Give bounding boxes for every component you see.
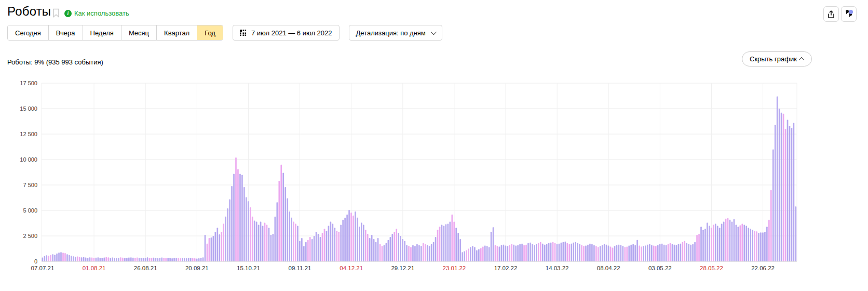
bar[interactable] [552,242,554,261]
bar[interactable] [577,243,578,261]
bar[interactable] [608,246,609,261]
bar[interactable] [612,248,614,261]
bar[interactable] [734,219,735,261]
bar[interactable] [587,245,589,261]
bar[interactable] [663,245,665,261]
bar[interactable] [266,224,268,261]
bar[interactable] [717,226,718,261]
bar[interactable] [692,244,694,261]
bar[interactable] [112,258,113,261]
bar[interactable] [50,255,51,261]
bar[interactable] [466,250,467,261]
bar[interactable] [169,258,171,261]
bar[interactable] [159,258,160,261]
bar[interactable] [369,238,371,261]
bar[interactable] [48,256,49,261]
bar[interactable] [672,244,673,261]
bar[interactable] [188,258,189,261]
bar[interactable] [173,258,175,261]
bar[interactable] [447,223,449,261]
bar[interactable] [75,257,76,261]
bar[interactable] [731,222,733,261]
bar[interactable] [79,257,80,261]
bar[interactable] [233,174,235,261]
bar[interactable] [581,245,582,261]
bar[interactable] [291,218,292,261]
bar[interactable] [484,246,486,261]
bar[interactable] [433,242,435,261]
bar[interactable] [357,218,358,261]
bar[interactable] [69,255,70,261]
bar[interactable] [143,258,144,261]
bar[interactable] [589,244,591,261]
bar[interactable] [379,244,381,261]
bar[interactable] [93,258,95,261]
bar[interactable] [46,255,47,261]
bar[interactable] [610,247,612,261]
bar[interactable] [752,230,753,261]
bar[interactable] [445,224,447,261]
bar[interactable] [666,245,667,261]
comments-button[interactable] [841,6,857,22]
robots-bar-chart[interactable]: 02 5005 0007 50010 00012 50015 00017 500… [0,73,868,281]
bar[interactable] [254,221,255,261]
bar[interactable] [382,246,383,261]
bar[interactable] [60,252,62,261]
bar[interactable] [768,220,770,261]
bar[interactable] [772,149,774,261]
bar[interactable] [134,258,136,261]
bar[interactable] [278,181,280,261]
bar[interactable] [736,224,737,261]
bar[interactable] [107,257,109,261]
bar[interactable] [137,258,138,261]
bar[interactable] [361,223,362,261]
bar[interactable] [789,126,791,261]
bar[interactable] [223,223,224,261]
bar[interactable] [414,246,416,261]
bar[interactable] [71,256,72,261]
bar[interactable] [795,206,797,261]
bar[interactable] [538,243,539,261]
bar[interactable] [105,257,107,261]
bar[interactable] [182,258,183,261]
bar[interactable] [427,245,428,261]
period-month[interactable]: Месяц [121,25,157,40]
bar[interactable] [583,246,585,261]
bar[interactable] [715,223,716,261]
bar[interactable] [495,245,496,261]
bar[interactable] [670,243,671,261]
bar[interactable] [338,232,340,261]
bar[interactable] [785,129,786,261]
bar[interactable] [118,258,119,261]
bar[interactable] [326,231,328,261]
bar[interactable] [748,228,749,261]
bar[interactable] [554,243,556,261]
bar[interactable] [690,245,691,261]
bar[interactable] [398,233,399,261]
bar[interactable] [406,245,408,261]
bar[interactable] [493,227,494,261]
bar[interactable] [628,246,630,261]
bar[interactable] [636,240,638,261]
bar[interactable] [396,229,397,261]
bar[interactable] [478,249,480,261]
bar[interactable] [110,258,111,261]
bar[interactable] [89,257,91,261]
bar[interactable] [546,244,548,261]
bar[interactable] [219,234,220,261]
detail-dropdown[interactable]: Детализация: по дням [349,25,442,41]
bar[interactable] [585,246,587,261]
how-to-use-link[interactable]: i Как использовать [64,9,129,17]
bar[interactable] [229,199,230,261]
bar[interactable] [386,243,387,261]
bar[interactable] [657,245,659,261]
bar[interactable] [521,244,523,261]
bar[interactable] [336,231,337,261]
bar[interactable] [120,257,121,261]
bar[interactable] [632,244,634,261]
bar[interactable] [297,226,299,261]
bar[interactable] [227,208,228,261]
bar[interactable] [307,240,309,261]
bar[interactable] [264,223,266,261]
period-week[interactable]: Неделя [83,25,121,40]
